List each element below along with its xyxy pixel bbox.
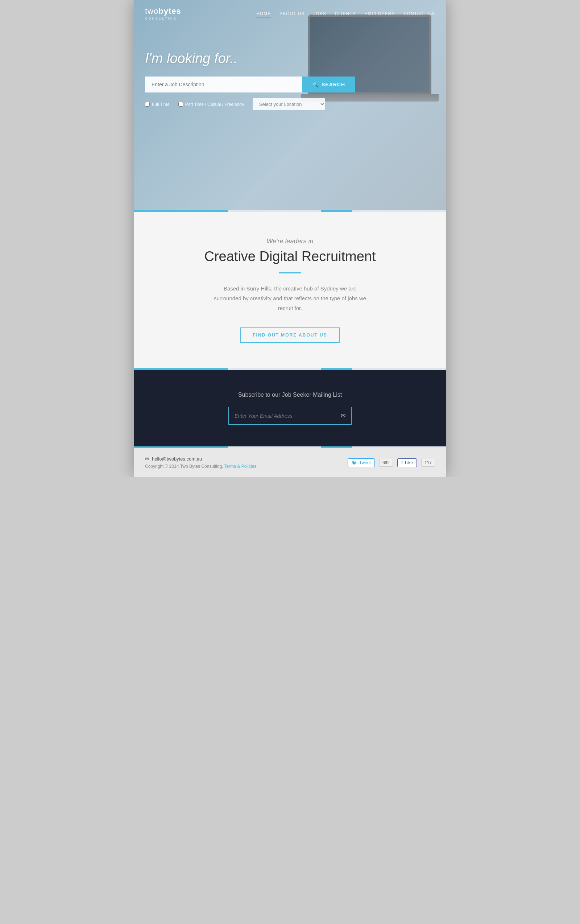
nav-item-contact[interactable]: CONTACT US [404,10,435,16]
like-label: Like [405,460,413,465]
terms-link[interactable]: Terms & Policies. [224,464,258,469]
page-wrapper: twobytes CONSULTING HOME ABOUT US JOBS C… [134,0,446,477]
nav-item-about[interactable]: ABOUT US [280,10,305,16]
fulltime-checkbox[interactable] [145,102,150,107]
logo-sub: CONSULTING [145,16,181,20]
nav-item-employers[interactable]: EMPLOYERS [364,10,395,16]
nav-item-clients[interactable]: CLIENTS [335,10,356,16]
tweet-label: Tweet [359,460,371,465]
subscribe-section: Subscribe to our Job Seeker Mailing List… [134,370,446,446]
nav-item-jobs[interactable]: JOBS [313,10,326,16]
about-section: We're leaders in Creative Digital Recrui… [134,212,446,368]
nav-menu: HOME ABOUT US JOBS CLIENTS EMPLOYERS CON… [256,10,435,16]
envelope-icon: ✉ [145,456,149,462]
tweet-count: 692 [379,459,393,467]
search-button-label: Search [321,82,345,87]
email-input-wrapper: ✉ [228,407,352,425]
fulltime-label: Full Time [152,102,170,107]
search-button[interactable]: 🔍 Search [302,76,355,92]
logo-text: twobytes [145,7,181,16]
like-button[interactable]: f Like [397,459,417,467]
like-count: 117 [421,459,435,467]
nav-link-employers[interactable]: EMPLOYERS [364,11,395,16]
nav-link-home[interactable]: HOME [256,11,271,18]
about-divider [279,272,301,274]
location-select[interactable]: Select your Location [253,98,325,110]
nav-item-home[interactable]: HOME [256,10,271,16]
parttime-label: Part Time / Casual / Freelance [185,102,244,107]
footer: ✉ hello@twobytes.com.au Copyright © 2014… [134,448,446,477]
hero-section: twobytes CONSULTING HOME ABOUT US JOBS C… [134,0,446,210]
subscribe-title: Subscribe to our Job Seeker Mailing List [148,392,432,398]
footer-right: 🐦 Tweet 692 f Like 117 [348,459,435,467]
hero-content: I'm looking for.. 🔍 Search Full Time Par… [145,51,435,110]
search-input[interactable] [145,76,302,92]
footer-copyright: Copyright © 2014 Two Bytes Consulting. T… [145,464,258,469]
twitter-icon: 🐦 [352,460,357,465]
nav-link-jobs[interactable]: JOBS [313,11,326,16]
email-submit-button[interactable]: ✉ [335,407,351,424]
nav-link-contact[interactable]: CONTACT US [404,11,435,16]
nav-link-clients[interactable]: CLIENTS [335,11,356,16]
about-description: Based in Surry Hills, the creative hub o… [210,284,370,313]
tweet-button[interactable]: 🐦 Tweet [348,459,375,467]
find-out-button[interactable]: FIND OUT MORE ABOUT US [241,327,339,343]
search-icon: 🔍 [312,82,319,87]
email-input[interactable] [229,407,335,424]
about-subtitle: We're leaders in [156,238,424,245]
fulltime-checkbox-label[interactable]: Full Time [145,102,170,107]
navbar: twobytes CONSULTING HOME ABOUT US JOBS C… [134,0,446,27]
logo[interactable]: twobytes CONSULTING [145,7,181,20]
copyright-text: Copyright © 2014 Two Bytes Consulting. [145,464,223,469]
footer-email-address: hello@twobytes.com.au [152,456,202,462]
facebook-icon: f [401,460,403,465]
footer-email-link[interactable]: ✉ hello@twobytes.com.au [145,456,258,462]
parttime-checkbox-label[interactable]: Part Time / Casual / Freelance [178,102,244,107]
footer-left: ✉ hello@twobytes.com.au Copyright © 2014… [145,456,258,469]
hero-tagline: I'm looking for.. [145,51,435,66]
search-bar: 🔍 Search [145,76,355,92]
parttime-checkbox[interactable] [178,102,183,107]
about-title: Creative Digital Recruitment [156,249,424,264]
email-icon: ✉ [341,412,346,419]
email-row: ✉ [148,407,432,425]
nav-link-about[interactable]: ABOUT US [280,11,305,16]
filter-row: Full Time Part Time / Casual / Freelance… [145,98,355,110]
